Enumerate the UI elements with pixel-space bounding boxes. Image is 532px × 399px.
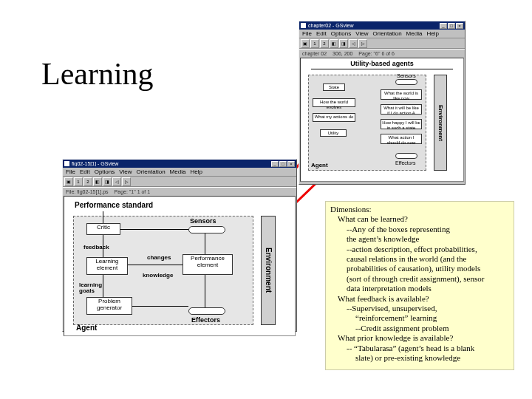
toolbar-button[interactable]: 2 [83, 177, 92, 186]
sensors-box [188, 226, 225, 233]
arrow [128, 265, 183, 265]
minimize-button[interactable]: _ [440, 23, 447, 29]
app-icon [64, 161, 69, 166]
world-ifA-box: What it will be like if I do action A [381, 104, 422, 115]
menu-orientation[interactable]: Orientation [136, 168, 165, 175]
arrow [103, 211, 103, 223]
note-line: probabilities of causation), utility mod… [330, 264, 509, 273]
label-sensors: Sensors [190, 217, 216, 225]
status-page: Page: "1" 1 of 1 [115, 189, 151, 194]
toolbar-button[interactable]: ▷ [358, 39, 367, 48]
menubar[interactable]: File Edit Options View Orientation Media… [63, 168, 296, 177]
toolbar-button[interactable]: ▣ [301, 39, 310, 48]
menu-media[interactable]: Media [170, 168, 186, 175]
label-agent: Agent [311, 162, 328, 168]
toolbar: ▣ 1 2 ◧ ◨ ◁ ▷ [63, 177, 296, 187]
problem-generator-box: Problem generator [86, 297, 132, 315]
utility-box: Utility [320, 129, 347, 137]
canvas: Utility-based agents Sensors State How t… [300, 58, 464, 182]
toolbar-button[interactable]: ◁ [349, 39, 358, 48]
diagram-title: Utility-based agents [301, 60, 463, 67]
arrow [132, 306, 188, 307]
note-line: --Supervised, unsupervised, [330, 304, 509, 313]
learning-element-box: Learning element [86, 257, 128, 275]
window-title: chapter02 - GSview [308, 23, 437, 28]
how-evolves-box: How the world evolves [313, 98, 355, 107]
arrow [103, 235, 103, 257]
canvas: Performance standard Critic Sensors feed… [64, 196, 296, 336]
toolbar-button[interactable]: ◨ [339, 39, 348, 48]
effectors-box [395, 153, 417, 159]
note-line: the agent’s knowledge [330, 234, 509, 244]
world-now-box: What the world is like now [381, 89, 422, 100]
menu-edit[interactable]: Edit [80, 168, 90, 175]
menu-file[interactable]: File [302, 30, 312, 37]
toolbar-button[interactable]: 1 [74, 177, 83, 186]
note-line: (sort of through credit assignment), sen… [330, 274, 509, 284]
status-coords: 306, 200 [332, 51, 352, 56]
toolbar-button[interactable]: ▣ [64, 177, 73, 186]
toolbar-button[interactable]: 1 [310, 39, 319, 48]
close-button[interactable]: × [456, 23, 463, 29]
statusbar: chapter 02 306, 200 Page: "6" 6 of 6 [299, 49, 465, 57]
label-knowledge: knowledge [143, 272, 173, 279]
titlebar[interactable]: chapter02 - GSview _ □ × [299, 21, 465, 30]
menu-orientation[interactable]: Orientation [372, 30, 401, 37]
note-line: “reinforcement” learning [330, 313, 509, 323]
environment-box: Environment [261, 216, 276, 325]
label-agent: Agent [76, 324, 97, 332]
note-q2: What feedback is available? [330, 294, 509, 304]
toolbar-button[interactable]: 2 [320, 39, 329, 48]
performance-element-box: Performance element [183, 254, 233, 275]
note-line: -- “Tabularasa” (agent’s head is a blank [330, 344, 509, 353]
menu-file[interactable]: File [66, 168, 75, 175]
statusbar: File: fig02-15[1].ps Page: "1" 1 of 1 [63, 187, 296, 195]
window-learning-agent: fig02-15[1] - GSview _ □ × File Edit Opt… [62, 159, 297, 332]
status-file: File: fig02-15[1].ps [66, 189, 109, 194]
note-line: --Any of the boxes representing [330, 225, 509, 234]
note-line: slate) or pre-existing knowledge [330, 353, 509, 363]
minimize-button[interactable]: _ [271, 161, 279, 167]
toolbar-button[interactable]: ◨ [103, 177, 112, 186]
label-effectors: Effectors [395, 160, 416, 166]
note-line: causal relations in the world (and the [330, 254, 509, 264]
state-box: State [323, 83, 345, 91]
sensors-box [395, 79, 417, 85]
note-q3: What prior knowledge is available? [330, 333, 509, 343]
window-utility-agent: chapter02 - GSview _ □ × File Edit Optio… [299, 21, 466, 185]
perf-standard-label: Performance standard [75, 201, 153, 209]
menu-options[interactable]: Options [95, 168, 115, 175]
title-rule [311, 69, 453, 69]
close-button[interactable]: × [287, 161, 295, 167]
maximize-button[interactable]: □ [448, 23, 455, 29]
menu-help[interactable]: Help [426, 30, 438, 37]
menubar[interactable]: File Edit Options View Orientation Media… [299, 30, 465, 38]
toolbar-button[interactable]: ◧ [330, 39, 338, 48]
toolbar-button[interactable]: ◁ [112, 177, 121, 186]
action-now-box: What action I should do now [381, 134, 422, 144]
menu-help[interactable]: Help [190, 168, 202, 175]
status-page: Page: "6" 6 of 6 [358, 51, 395, 56]
menu-media[interactable]: Media [406, 30, 423, 37]
label-learning-goals: learning goals [79, 282, 112, 294]
arrow [205, 275, 205, 307]
happy-box: How happy I will be in such a state [381, 119, 422, 129]
status-file: chapter 02 [302, 51, 327, 56]
toolbar-button[interactable]: ▷ [122, 177, 131, 186]
environment-box: Environment [434, 75, 447, 171]
menu-view[interactable]: View [119, 168, 132, 175]
dimensions-note: Dimensions: What can be learned? --Any o… [325, 201, 514, 370]
maximize-button[interactable]: □ [279, 161, 287, 167]
arrow [205, 233, 205, 254]
slide-title: Learning [41, 56, 154, 92]
titlebar[interactable]: fig02-15[1] - GSview _ □ × [63, 160, 296, 168]
toolbar-button[interactable]: ◧ [93, 177, 102, 186]
menu-edit[interactable]: Edit [316, 30, 327, 37]
effectors-box [188, 307, 225, 315]
menu-view[interactable]: View [355, 30, 368, 37]
note-line: --action description, effect probabiliti… [330, 245, 509, 254]
toolbar: ▣ 1 2 ◧ ◨ ◁ ▷ [299, 38, 465, 49]
actions-box: What my actions do [313, 113, 355, 122]
critic-box: Critic [86, 223, 120, 235]
menu-options[interactable]: Options [331, 30, 352, 37]
